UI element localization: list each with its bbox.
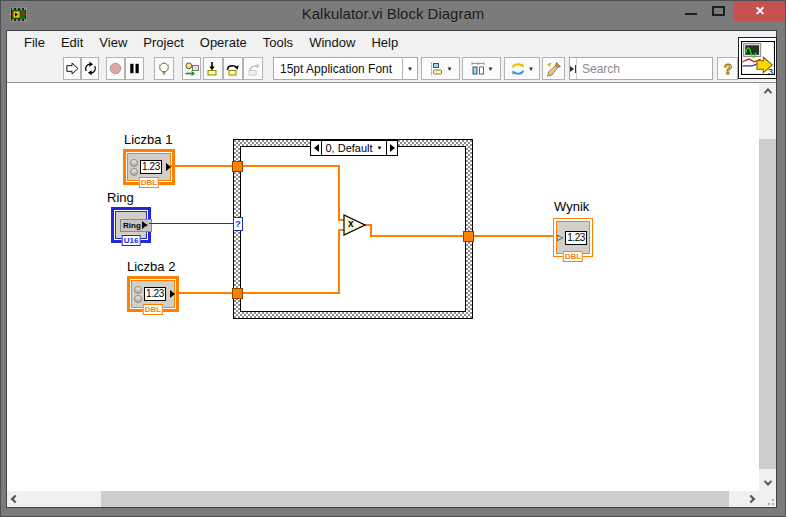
menu-window[interactable]: Window	[301, 33, 363, 52]
run-button[interactable]	[63, 57, 81, 80]
wire-liczba1[interactable]	[171, 165, 340, 167]
menu-project[interactable]: Project	[135, 33, 191, 52]
scroll-right-button[interactable]	[743, 491, 759, 507]
menu-file[interactable]: File	[16, 33, 53, 52]
tunnel-liczba1[interactable]	[232, 161, 243, 172]
highlight-execution-button[interactable]	[154, 57, 174, 80]
indicator-wynik[interactable]: ▷ 1.23 DBL	[553, 218, 593, 257]
output-arrow-icon	[142, 221, 147, 229]
vertical-scrollbar[interactable]	[759, 83, 776, 491]
indicator-label-wynik[interactable]: Wynik	[554, 199, 589, 214]
wire-liczba1-down[interactable]	[338, 167, 340, 220]
case-selector-text: 0, Default	[325, 142, 372, 154]
chevron-down-icon[interactable]: ▼	[377, 145, 383, 151]
chevron-down-icon	[763, 477, 771, 485]
tunnel-liczba2[interactable]	[232, 288, 243, 299]
input-arrow-icon: ▷	[557, 234, 563, 242]
next-case-icon[interactable]	[386, 141, 397, 155]
step-over-button[interactable]	[223, 57, 243, 80]
chevron-down-icon: ▼	[447, 66, 453, 72]
menu-operate[interactable]: Operate	[192, 33, 255, 52]
multiply-function[interactable]: x	[343, 214, 366, 236]
menu-edit[interactable]: Edit	[53, 33, 91, 52]
multiply-symbol: x	[348, 218, 354, 229]
vertical-scrollbar-thumb[interactable]	[759, 139, 776, 469]
scroll-down-button[interactable]	[759, 475, 776, 491]
pause-button[interactable]	[125, 57, 144, 80]
control-label-liczba2[interactable]: Liczba 2	[127, 259, 175, 274]
run-continuously-button[interactable]	[81, 57, 99, 80]
chevron-left-icon	[11, 495, 19, 503]
horizontal-scrollbar-thumb[interactable]	[101, 491, 729, 507]
type-tag: U16	[122, 235, 141, 246]
help-icon: ?	[720, 61, 736, 77]
vi-icon-button[interactable]: 3	[738, 37, 777, 79]
search-input[interactable]	[577, 62, 737, 76]
scroll-left-button[interactable]	[7, 491, 23, 507]
align-objects-icon	[429, 61, 445, 77]
lightbulb-icon	[156, 61, 172, 77]
reorder-dropdown[interactable]: ▼	[504, 57, 540, 80]
step-into-button[interactable]	[203, 57, 223, 80]
chevron-down-icon: ▼	[488, 66, 494, 72]
chevron-right-icon	[747, 495, 755, 503]
numeric-control-liczba2[interactable]: 1.23 DBL	[127, 276, 179, 312]
wire-ring-selector[interactable]	[149, 223, 234, 224]
wire-to-wynik[interactable]	[474, 235, 553, 237]
abort-button[interactable]	[106, 57, 125, 80]
output-arrow-icon	[170, 290, 175, 298]
ring-control[interactable]: Ring▼ U16	[111, 207, 151, 243]
control-label-ring[interactable]: Ring	[107, 190, 134, 205]
previous-case-icon[interactable]	[311, 141, 322, 155]
title-bar[interactable]: Kalkulator.vi Block Diagram ✕	[1, 1, 785, 31]
wire-liczba2[interactable]	[177, 292, 340, 294]
numeric-value: 1.23	[565, 231, 587, 245]
chevron-up-icon	[763, 88, 771, 96]
control-label-liczba1[interactable]: Liczba 1	[124, 132, 172, 147]
chevron-down-icon[interactable]: ▼	[402, 58, 417, 79]
labview-block-diagram-window: Kalkulator.vi Block Diagram ✕ File Edit …	[0, 0, 786, 517]
pause-icon	[127, 61, 142, 76]
menu-view[interactable]: View	[91, 33, 135, 52]
maximize-button[interactable]	[705, 1, 733, 21]
broom-icon	[546, 61, 562, 77]
increment-decrement-icon[interactable]	[134, 285, 142, 304]
reorder-icon	[510, 61, 526, 77]
distribute-objects-dropdown[interactable]: ▼	[462, 57, 501, 80]
svg-text:?: ?	[723, 61, 732, 77]
search-collapse-icon[interactable]	[570, 58, 577, 79]
abort-icon	[108, 61, 123, 76]
numeric-control-liczba1[interactable]: 1.23 DBL	[123, 149, 175, 185]
scrollbar-corner	[759, 491, 776, 507]
align-objects-dropdown[interactable]: ▼	[421, 57, 460, 80]
font-selector[interactable]: 15pt Application Font ▼	[273, 57, 418, 80]
close-icon: ✕	[755, 4, 765, 18]
toolbar: 15pt Application Font ▼ ▼ ▼	[7, 54, 776, 83]
retain-wire-values-button[interactable]	[182, 57, 201, 80]
menu-bar: File Edit View Project Operate Tools Win…	[7, 31, 776, 54]
type-tag: DBL	[563, 251, 583, 262]
wire-to-tunnel[interactable]	[370, 235, 463, 237]
horizontal-scrollbar[interactable]	[7, 491, 759, 507]
menu-tools[interactable]: Tools	[255, 33, 301, 52]
search-box[interactable]	[569, 57, 713, 80]
block-diagram-canvas[interactable]: 0, Default▼ ? x Liczba 1 1.23 DBL Ring	[7, 83, 759, 491]
case-selector-label[interactable]: 0, Default▼	[310, 140, 398, 156]
step-out-button[interactable]	[243, 57, 263, 80]
menu-help[interactable]: Help	[363, 33, 406, 52]
step-into-icon	[205, 61, 221, 77]
type-tag: DBL	[143, 304, 163, 315]
ring-value: Ring	[123, 221, 141, 230]
wire-liczba2-up[interactable]	[338, 229, 340, 294]
scroll-up-button[interactable]	[759, 83, 776, 99]
window-title: Kalkulator.vi Block Diagram	[1, 5, 785, 22]
minimize-button[interactable]	[677, 1, 705, 21]
increment-decrement-icon[interactable]	[130, 158, 138, 177]
tunnel-output[interactable]	[463, 231, 474, 242]
vi-icon-count: 3	[768, 67, 773, 77]
close-button[interactable]: ✕	[733, 1, 786, 21]
case-selector-terminal[interactable]: ?	[233, 217, 243, 231]
cleanup-diagram-button[interactable]	[542, 57, 565, 80]
help-button[interactable]: ?	[717, 57, 738, 80]
resize-grip-icon[interactable]	[772, 503, 774, 505]
